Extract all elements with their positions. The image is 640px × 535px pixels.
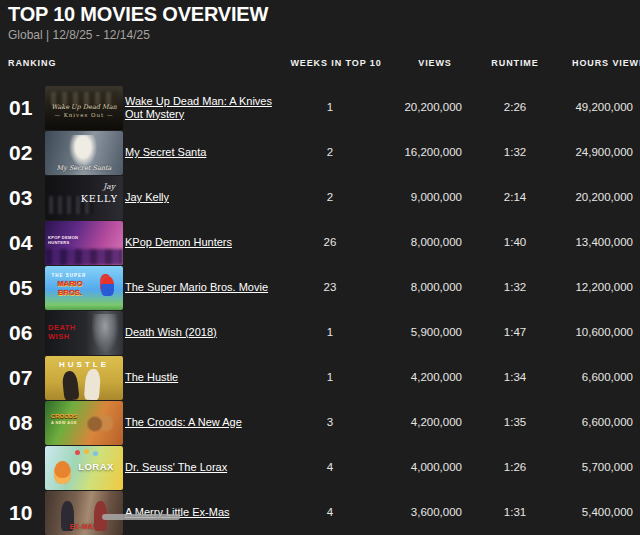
hours-viewed-value: 6,600,000 (545, 400, 633, 445)
views-value: 9,000,000 (382, 175, 462, 220)
runtime-value: 1:32 (480, 130, 550, 175)
rank-number: 02 (9, 130, 43, 175)
hours-viewed-value: 20,200,000 (545, 175, 633, 220)
thumbnail-art-text: CROODS (47, 413, 81, 419)
table-row: 08 CROODS A NEW AGE The Croods: A New Ag… (0, 400, 640, 445)
scope-and-date-range: Global | 12/8/25 - 12/14/25 (8, 28, 150, 42)
page-title: TOP 10 MOVIES OVERVIEW (8, 3, 268, 26)
movie-thumbnail[interactable]: HUSTLE (45, 356, 123, 400)
movie-thumbnail[interactable]: EX-MAS (45, 491, 123, 535)
movie-title-link[interactable]: Jay Kelly (125, 191, 169, 204)
thumbnail-art-text: KPOP DEMON HUNTERS (48, 235, 82, 245)
runtime-value: 1:47 (480, 310, 550, 355)
rank-number: 07 (9, 355, 43, 400)
thumbnail-art-text: A NEW AGE (47, 421, 81, 425)
hours-viewed-value: 5,400,000 (545, 490, 633, 535)
column-header-views: VIEWS (400, 58, 470, 68)
views-value: 4,200,000 (382, 355, 462, 400)
thumbnail-art-text: Jay (75, 182, 115, 191)
rank-number: 10 (9, 490, 43, 535)
runtime-value: 2:26 (480, 85, 550, 130)
rank-number: 01 (9, 85, 43, 130)
table-row: 04 KPOP DEMON HUNTERS KPop Demon Hunters… (0, 220, 640, 265)
top10-movies-page: TOP 10 MOVIES OVERVIEW Global | 12/8/25 … (0, 0, 640, 535)
table-header: RANKING WEEKS IN TOP 10 VIEWS RUNTIME HO… (0, 58, 640, 70)
weeks-in-top10-value: 23 (290, 265, 370, 310)
hours-viewed-value: 10,600,000 (545, 310, 633, 355)
movie-title-link[interactable]: Wake Up Dead Man: A Knives Out Mystery (125, 95, 277, 121)
weeks-in-top10-value: 3 (290, 400, 370, 445)
movie-title-link[interactable]: KPop Demon Hunters (125, 236, 232, 249)
views-value: 4,200,000 (382, 400, 462, 445)
table-row: 06 DEATH WISH Death Wish (2018) 1 5,900,… (0, 310, 640, 355)
views-value: 20,200,000 (382, 85, 462, 130)
thumbnail-art-text: — Knives Out — (45, 112, 123, 118)
movie-title-link[interactable]: The Hustle (125, 371, 178, 384)
table-row: 05 THE SUPER MARIO BROS. The Super Mario… (0, 265, 640, 310)
table-row: 10 EX-MAS A Merry Little Ex-Mas 4 3,600,… (0, 490, 640, 535)
views-value: 3,600,000 (382, 490, 462, 535)
weeks-in-top10-value: 4 (290, 445, 370, 490)
table-row: 02 My Secret Santa My Secret Santa 2 16,… (0, 130, 640, 175)
hours-viewed-value: 6,600,000 (545, 355, 633, 400)
weeks-in-top10-value: 1 (290, 85, 370, 130)
runtime-value: 1:35 (480, 400, 550, 445)
weeks-in-top10-value: 1 (290, 310, 370, 355)
movie-thumbnail[interactable]: Jay KELLY (45, 176, 123, 220)
views-value: 8,000,000 (382, 265, 462, 310)
weeks-in-top10-value: 2 (290, 175, 370, 220)
movie-thumbnail[interactable]: Wake Up Dead Man — Knives Out — (45, 86, 123, 130)
views-value: 8,000,000 (382, 220, 462, 265)
movie-title-link[interactable]: The Super Mario Bros. Movie (125, 281, 268, 294)
hours-viewed-value: 49,200,000 (545, 85, 633, 130)
weeks-in-top10-value: 1 (290, 355, 370, 400)
runtime-value: 1:40 (480, 220, 550, 265)
thumbnail-art-text: DEATH WISH (48, 323, 92, 341)
table-row: 01 Wake Up Dead Man — Knives Out — Wake … (0, 85, 640, 130)
thumbnail-art-text: LORAX (73, 461, 119, 472)
views-value: 16,200,000 (382, 130, 462, 175)
movie-title-link[interactable]: My Secret Santa (125, 146, 206, 159)
thumbnail-art-text: EX-MAS (45, 523, 123, 530)
hours-viewed-value: 12,200,000 (545, 265, 633, 310)
thumbnail-art-text: My Secret Santa (45, 164, 123, 172)
column-header-runtime: RUNTIME (480, 58, 550, 68)
rank-number: 03 (9, 175, 43, 220)
thumbnail-art-text: Wake Up Dead Man (45, 103, 123, 111)
column-header-ranking: RANKING (8, 58, 56, 68)
hours-viewed-value: 24,900,000 (545, 130, 633, 175)
runtime-value: 1:34 (480, 355, 550, 400)
hours-viewed-value: 5,700,000 (545, 445, 633, 490)
runtime-value: 1:31 (480, 490, 550, 535)
movie-thumbnail[interactable]: THE SUPER MARIO BROS. (45, 266, 123, 310)
movie-title-link[interactable]: Death Wish (2018) (125, 326, 217, 339)
column-header-hours-viewed: HOURS VIEWED (572, 58, 640, 68)
table-row: 09 LORAX Dr. Seuss' The Lorax 4 4,000,00… (0, 445, 640, 490)
movie-thumbnail[interactable]: DEATH WISH (45, 311, 123, 355)
movie-title-link[interactable]: The Croods: A New Age (125, 416, 242, 429)
runtime-value: 1:26 (480, 445, 550, 490)
runtime-value: 1:32 (480, 265, 550, 310)
weeks-in-top10-value: 26 (290, 220, 370, 265)
runtime-value: 2:14 (480, 175, 550, 220)
thumbnail-art-text: KELLY (75, 193, 118, 204)
link-hover-highlight (102, 514, 180, 520)
movie-thumbnail[interactable]: My Secret Santa (45, 131, 123, 175)
thumbnail-art-text: MARIO BROS. (47, 279, 93, 297)
views-value: 5,900,000 (382, 310, 462, 355)
movie-thumbnail[interactable]: LORAX (45, 446, 123, 490)
thumbnail-art-text: THE SUPER (49, 273, 89, 278)
rank-number: 09 (9, 445, 43, 490)
hours-viewed-value: 13,400,000 (545, 220, 633, 265)
weeks-in-top10-value: 4 (290, 490, 370, 535)
thumbnail-art-text: HUSTLE (45, 360, 123, 369)
movie-thumbnail[interactable]: CROODS A NEW AGE (45, 401, 123, 445)
rank-number: 08 (9, 400, 43, 445)
table-row: 03 Jay KELLY Jay Kelly 2 9,000,000 2:14 … (0, 175, 640, 220)
column-header-weeks-in-top10: WEEKS IN TOP 10 (281, 58, 391, 68)
rank-number: 06 (9, 310, 43, 355)
movie-thumbnail[interactable]: KPOP DEMON HUNTERS (45, 221, 123, 265)
movie-title-link[interactable]: Dr. Seuss' The Lorax (125, 461, 227, 474)
views-value: 4,000,000 (382, 445, 462, 490)
rank-number: 04 (9, 220, 43, 265)
